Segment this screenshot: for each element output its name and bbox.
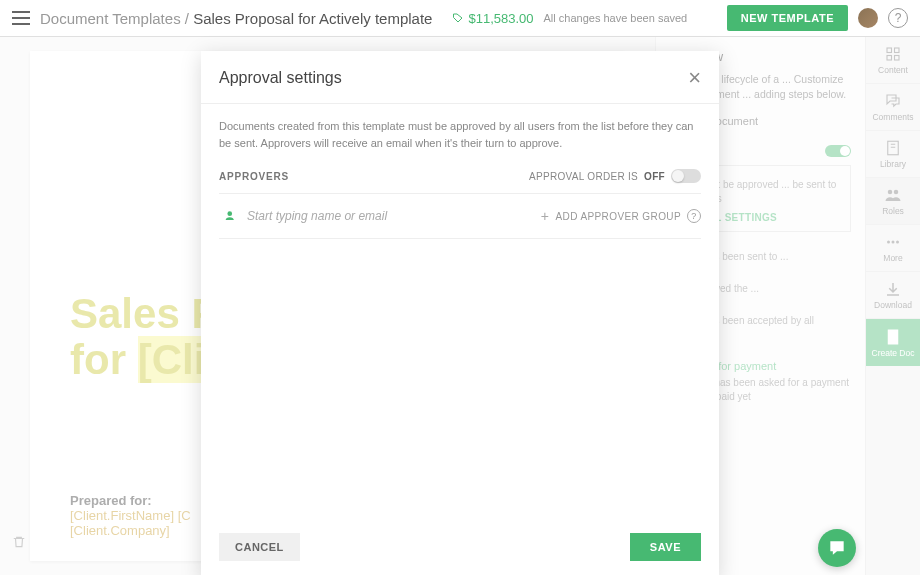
approval-order: APPROVAL ORDER IS OFF: [529, 169, 701, 183]
modal-title: Approval settings: [219, 69, 342, 87]
approval-settings-modal: Approval settings × Documents created fr…: [201, 51, 719, 575]
approver-input[interactable]: [247, 209, 531, 223]
breadcrumb-root[interactable]: Document Templates: [40, 10, 181, 27]
save-button[interactable]: SAVE: [630, 533, 701, 561]
svg-point-11: [227, 211, 232, 216]
top-bar: Document Templates / Sales Proposal for …: [0, 0, 920, 37]
tag-icon: [452, 12, 464, 24]
chat-icon: [827, 538, 847, 558]
menu-icon[interactable]: [12, 11, 30, 25]
person-add-icon: [219, 209, 237, 223]
modal-description: Documents created from this template mus…: [219, 118, 701, 151]
save-status: All changes have been saved: [544, 12, 688, 24]
approval-order-toggle[interactable]: [671, 169, 701, 183]
new-template-button[interactable]: NEW TEMPLATE: [727, 5, 848, 31]
help-icon[interactable]: ?: [687, 209, 701, 223]
help-icon[interactable]: ?: [888, 8, 908, 28]
modal-overlay: Approval settings × Documents created fr…: [0, 37, 920, 575]
avatar[interactable]: [858, 8, 878, 28]
close-icon[interactable]: ×: [688, 67, 701, 89]
breadcrumb: Document Templates / Sales Proposal for …: [40, 10, 432, 27]
plus-icon: +: [541, 208, 550, 224]
approvers-label: APPROVERS: [219, 171, 289, 182]
price-tag: $11,583.00: [452, 11, 533, 26]
cancel-button[interactable]: CANCEL: [219, 533, 300, 561]
breadcrumb-current: Sales Proposal for Actively template: [193, 10, 432, 27]
chat-fab[interactable]: [818, 529, 856, 567]
add-approver-group-button[interactable]: + ADD APPROVER GROUP ?: [541, 208, 701, 224]
